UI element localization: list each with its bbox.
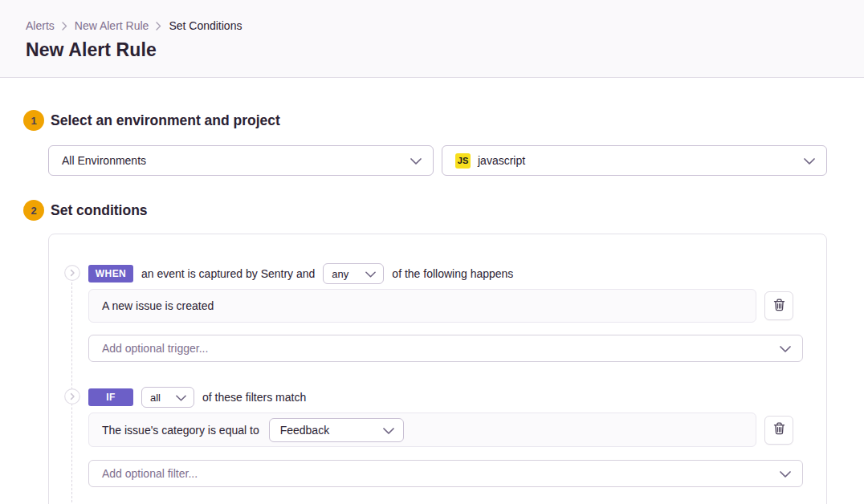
if-text-after: of these filters match — [202, 391, 306, 404]
trash-icon — [773, 422, 785, 437]
step1-number-badge: 1 — [23, 110, 44, 131]
chevron-down-icon — [383, 424, 394, 437]
chevron-down-icon — [365, 268, 376, 280]
when-text-before: an event is captured by Sentry and — [141, 267, 315, 280]
trash-icon — [773, 299, 785, 314]
breadcrumb-set-conditions: Set Conditions — [169, 19, 242, 32]
breadcrumb-chevron-icon — [156, 22, 161, 30]
chevron-down-icon — [176, 392, 186, 404]
chevron-down-icon — [780, 467, 791, 480]
filter-value-select[interactable]: Feedback — [269, 418, 404, 442]
if-badge[interactable]: IF — [88, 388, 133, 406]
delete-trigger-button[interactable] — [764, 291, 793, 320]
if-match-select[interactable]: all — [141, 387, 194, 408]
step2-number-badge: 2 — [23, 200, 44, 221]
when-rule-row: A new issue is created — [88, 289, 793, 323]
step1-title: Select an environment and project — [51, 112, 280, 129]
chevron-right-circle-icon — [64, 388, 80, 404]
main-content: 1 Select an environment and project All … — [0, 78, 864, 504]
step1-heading: 1 Select an environment and project — [23, 110, 827, 131]
when-condition-group: WHEN an event is captured by Sentry and … — [49, 263, 801, 362]
if-condition-group: IF all of these filters match The issue'… — [49, 387, 801, 487]
javascript-platform-icon: JS — [455, 153, 471, 169]
when-rule-label: A new issue is created — [102, 299, 214, 312]
when-badge-row: WHEN an event is captured by Sentry and … — [88, 263, 801, 284]
project-select-value: javascript — [478, 154, 525, 167]
conditions-card: WHEN an event is captured by Sentry and … — [48, 234, 827, 504]
when-match-select-value: any — [332, 268, 348, 280]
chevron-down-icon — [410, 154, 422, 167]
if-rule-box: The issue's category is equal to Feedbac… — [88, 413, 756, 447]
filter-value-select-value: Feedback — [280, 424, 329, 437]
environment-select-value: All Environments — [62, 154, 146, 167]
environment-project-row: All Environments JS javascript — [48, 145, 827, 176]
add-optional-trigger-placeholder: Add optional trigger... — [102, 342, 208, 355]
chevron-right-circle-icon — [64, 265, 80, 281]
breadcrumb-chevron-icon — [62, 22, 67, 30]
page-header: Alerts New Alert Rule Set Conditions New… — [0, 0, 864, 78]
breadcrumb: Alerts New Alert Rule Set Conditions — [26, 19, 838, 32]
when-rule-box: A new issue is created — [88, 289, 756, 323]
breadcrumb-alerts[interactable]: Alerts — [26, 19, 55, 32]
chevron-down-icon — [804, 154, 815, 167]
when-text-after: of the following happens — [392, 267, 513, 280]
add-optional-filter-select[interactable]: Add optional filter... — [88, 460, 803, 487]
add-optional-trigger-select[interactable]: Add optional trigger... — [88, 335, 803, 362]
when-badge[interactable]: WHEN — [88, 265, 133, 282]
add-optional-filter-placeholder: Add optional filter... — [102, 467, 198, 480]
page-title: New Alert Rule — [26, 39, 838, 61]
environment-select[interactable]: All Environments — [48, 145, 434, 176]
if-rule-row: The issue's category is equal to Feedbac… — [88, 413, 793, 447]
step2-title: Set conditions — [51, 202, 148, 219]
chevron-down-icon — [780, 342, 791, 355]
if-badge-row: IF all of these filters match — [88, 387, 801, 408]
delete-filter-button[interactable] — [764, 416, 793, 445]
when-match-select[interactable]: any — [323, 263, 384, 284]
project-select[interactable]: JS javascript — [442, 145, 827, 176]
if-match-select-value: all — [150, 392, 161, 404]
if-rule-label: The issue's category is equal to — [102, 424, 259, 437]
new-alert-rule-page: Alerts New Alert Rule Set Conditions New… — [0, 0, 864, 504]
breadcrumb-new-alert-rule[interactable]: New Alert Rule — [75, 19, 149, 32]
step2-heading: 2 Set conditions — [23, 200, 827, 221]
